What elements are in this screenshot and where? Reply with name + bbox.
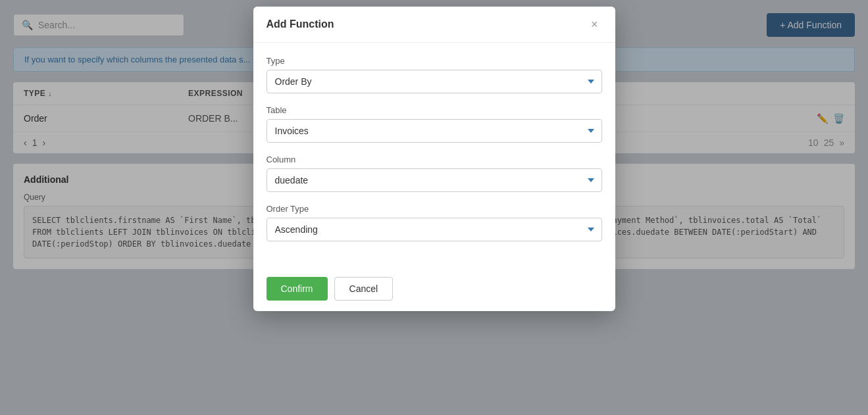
order-type-select-wrapper: Ascending	[267, 218, 602, 241]
table-select-wrapper: Invoices	[267, 119, 602, 143]
column-field-group: Column duedate	[267, 155, 602, 192]
add-function-modal: Add Function × Type Order By Table Invoi…	[253, 7, 615, 311]
table-field-group: Table Invoices	[267, 105, 602, 143]
modal-close-button[interactable]: ×	[587, 17, 602, 32]
type-select-wrapper: Order By	[267, 70, 602, 93]
order-type-select[interactable]: Ascending	[267, 218, 602, 241]
type-select[interactable]: Order By	[267, 70, 602, 93]
column-label: Column	[267, 155, 602, 164]
modal-title: Add Function	[267, 18, 334, 30]
modal-header: Add Function ×	[253, 7, 615, 43]
cancel-button[interactable]: Cancel	[334, 277, 394, 301]
modal-overlay: Add Function × Type Order By Table Invoi…	[0, 0, 868, 415]
order-type-field-group: Order Type Ascending	[267, 204, 602, 241]
confirm-button[interactable]: Confirm	[267, 277, 328, 301]
type-field-group: Type Order By	[267, 56, 602, 93]
column-select[interactable]: duedate	[267, 168, 602, 192]
table-label: Table	[267, 105, 602, 115]
type-label: Type	[267, 56, 602, 66]
modal-body: Type Order By Table Invoices Column	[253, 43, 615, 266]
modal-footer: Confirm Cancel	[253, 266, 615, 311]
table-select[interactable]: Invoices	[267, 119, 602, 143]
order-type-label: Order Type	[267, 204, 602, 214]
column-select-wrapper: duedate	[267, 168, 602, 192]
